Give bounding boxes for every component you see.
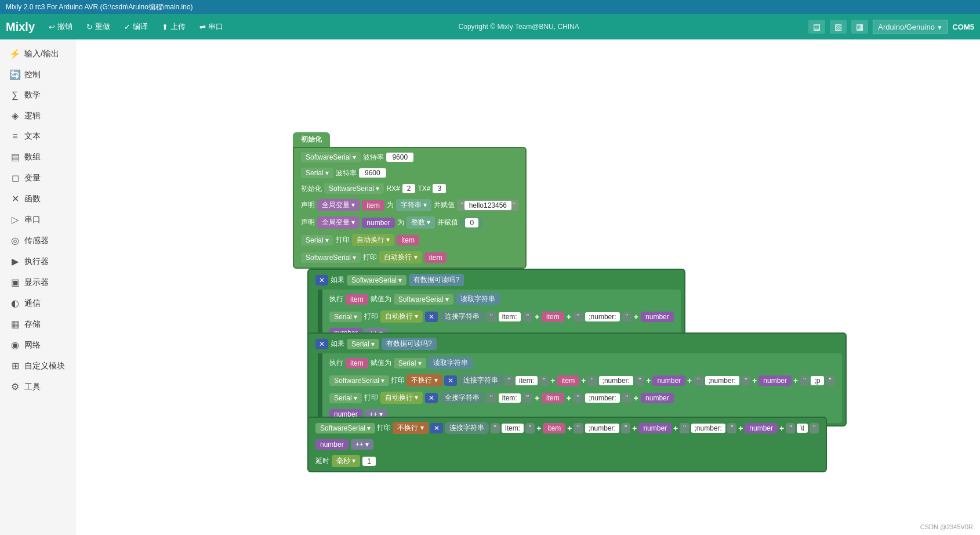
compile-button[interactable]: ✓ 编译 xyxy=(118,19,154,34)
sidebar-icon: ◈ xyxy=(9,110,21,121)
init-ss-label: SoftwareSerial ▾ xyxy=(324,183,384,194)
ss-label6: SoftwareSerial ▾ xyxy=(315,423,375,433)
concat-label2: 连接字符串 xyxy=(459,374,503,386)
main-layout: ⚡输入/输出🔄控制∑数学◈逻辑≡文本▤数组◻变量✕函数▷串口◎传感器▶执行器▣显… xyxy=(0,39,980,535)
delay-row: 延时 毫秒 ▾ 1 xyxy=(312,453,822,469)
serial-print-concat-row2: Serial ▾ 打印 自动换行 ▾ ✕ 全接字符串 " item: " + i… xyxy=(326,390,839,406)
init-header: 初始化 xyxy=(293,132,330,147)
serial-button[interactable]: ⇌ 串口 xyxy=(194,19,229,34)
sidebar-item-数学[interactable]: ∑数学 xyxy=(2,85,72,105)
sidebar-item-文本[interactable]: ≡文本 xyxy=(2,126,72,146)
no-newline2: 不换行 ▾ xyxy=(393,422,428,434)
sidebar-item-自定义模块[interactable]: ⊞自定义模块 xyxy=(2,356,72,376)
sidebar-item-label: 串口 xyxy=(24,215,41,225)
ss-print-bottom-group: SoftwareSerial ▾ 打印 不换行 ▾ ✕ 连接字符串 " item… xyxy=(307,417,827,472)
concat-label3: 全接字符串 xyxy=(440,392,484,404)
ss-print-bottom-row: SoftwareSerial ▾ 打印 不换行 ▾ ✕ 连接字符串 " item… xyxy=(312,420,822,436)
global-var-label2: 全局变量 ▾ xyxy=(317,216,360,229)
board-selector[interactable]: Arduino/Genuino ▼ xyxy=(873,20,948,34)
canvas[interactable]: 初始化 SoftwareSerial ▾ 波特率 9600 Serial ▾ 波… xyxy=(75,39,980,535)
redo-button[interactable]: ↻ 重做 xyxy=(81,19,116,34)
init-ss-row: 初始化 SoftwareSerial ▾ RX# 2 TX# 3 xyxy=(297,182,522,196)
sidebar-icon: ◐ xyxy=(9,298,21,309)
layout-btn2[interactable]: ▧ xyxy=(830,20,847,34)
sidebar-item-输入/输出[interactable]: ⚡输入/输出 xyxy=(2,44,72,64)
undo-button[interactable]: ↩ 撤销 xyxy=(43,19,78,34)
ss-label5: SoftwareSerial ▾ xyxy=(329,375,389,386)
sidebar-item-显示器[interactable]: ▣显示器 xyxy=(2,272,72,292)
sidebar-icon: ✕ xyxy=(9,193,21,204)
sidebar-item-网络[interactable]: ◉网络 xyxy=(2,335,72,355)
serial-has-data: 有数据可读吗? xyxy=(382,338,437,350)
number-var10: number xyxy=(315,439,349,450)
sidebar-item-通信[interactable]: ◐通信 xyxy=(2,293,72,313)
sidebar-item-控制[interactable]: 🔄控制 xyxy=(2,64,72,85)
sidebar-item-传感器[interactable]: ◎传感器 xyxy=(2,230,72,251)
serial-print-concat-row1: Serial ▾ 打印 自动换行 ▾ ✕ 连接字符串 " item: " + i… xyxy=(326,309,677,324)
item-assign-serial-row: 执行 item 赋值为 Serial ▾ 读取字符串 xyxy=(326,355,839,371)
serial-label: Serial ▾ xyxy=(301,168,333,178)
sidebar-item-label: 文本 xyxy=(24,131,41,142)
sidebar-icon: ▦ xyxy=(9,319,21,330)
item-var6: item xyxy=(346,358,368,368)
if-serial-body: ✕ 如果 Serial ▾ 有数据可读吗? 执行 item 赋值为 Serial… xyxy=(307,332,847,426)
undo-icon: ↩ xyxy=(49,23,55,31)
sidebar-item-工具[interactable]: ⚙工具 xyxy=(2,377,72,397)
sidebar-item-label: 执行器 xyxy=(24,256,49,267)
no-newline1: 不换行 ▾ xyxy=(406,374,442,386)
concat-str-item3: item: xyxy=(499,393,521,403)
sidebar-item-数组[interactable]: ▤数组 xyxy=(2,147,72,167)
sidebar-item-变量[interactable]: ◻变量 xyxy=(2,168,72,188)
sidebar-item-label: 通信 xyxy=(24,298,41,309)
auto-newline3: 自动换行 ▾ xyxy=(380,310,423,323)
baud-label2: 波特率 xyxy=(336,168,357,178)
serial-print-item-row: Serial ▾ 打印 自动换行 ▾ item xyxy=(297,232,522,248)
com-port-label: COM5 xyxy=(952,23,974,31)
ss-label2: SoftwareSerial ▾ xyxy=(301,252,361,263)
number-var6: number xyxy=(641,393,674,403)
delay-value: 1 xyxy=(362,457,376,466)
ss-print-item-row: SoftwareSerial ▾ 打印 自动换行 ▾ item xyxy=(297,250,522,265)
layout-btn3[interactable]: ▦ xyxy=(851,20,868,34)
upload-button[interactable]: ⬆ 上传 xyxy=(156,19,191,34)
baud-label1: 波特率 xyxy=(363,153,384,162)
redo-icon: ↻ xyxy=(86,23,93,31)
sidebar-icon: ⚙ xyxy=(9,381,21,392)
number-inc-row3: number ++ ▾ xyxy=(312,438,822,451)
sidebar-item-执行器[interactable]: ▶执行器 xyxy=(2,251,72,272)
sidebar-icon: ▷ xyxy=(9,214,21,225)
number-var2: number xyxy=(641,312,674,322)
sidebar-icon: ▶ xyxy=(9,256,21,267)
sidebar-item-label: 工具 xyxy=(24,382,41,392)
number-var5: number xyxy=(758,375,792,386)
sidebar-item-逻辑[interactable]: ◈逻辑 xyxy=(2,106,72,126)
concat-str-tab: \t xyxy=(797,424,808,433)
concat-str-p: ;p xyxy=(811,376,823,385)
sidebar-icon: ▤ xyxy=(9,151,21,162)
item-var1: item xyxy=(362,200,384,211)
concat-str-number4: ;number: xyxy=(585,393,619,403)
sidebar-item-label: 传感器 xyxy=(24,236,49,246)
type-string: 字符串 ▾ xyxy=(396,199,431,211)
concat-str-item1: item: xyxy=(499,312,521,321)
item-var5: item xyxy=(542,312,564,322)
sidebar-icon: ◻ xyxy=(9,172,21,183)
if-serial-block-group: ✕ 如果 Serial ▾ 有数据可读吗? 执行 item 赋值为 Serial… xyxy=(307,332,847,426)
sidebar-item-label: 控制 xyxy=(24,70,41,80)
watermark: CSDN @2345V0R xyxy=(920,523,973,530)
sidebar-icon: ∑ xyxy=(9,90,21,100)
int-value: 0 xyxy=(465,218,478,227)
item-var9: item xyxy=(543,423,565,433)
item-var4: item xyxy=(346,294,368,305)
concat-icon2: ✕ xyxy=(444,375,457,386)
init-block-group: 初始化 SoftwareSerial ▾ 波特率 9600 Serial ▾ 波… xyxy=(293,132,527,269)
layout-btn1[interactable]: ▤ xyxy=(808,20,825,34)
concat-str-item2: item: xyxy=(516,376,538,385)
sidebar-item-串口[interactable]: ▷串口 xyxy=(2,209,72,230)
concat-label1: 连接字符串 xyxy=(440,310,484,323)
sidebar-item-label: 逻辑 xyxy=(24,111,41,121)
rx-value: 2 xyxy=(402,184,416,193)
sidebar-item-存储[interactable]: ▦存储 xyxy=(2,314,72,334)
ss-has-data: 有数据可读吗? xyxy=(409,274,464,286)
sidebar-item-函数[interactable]: ✕函数 xyxy=(2,189,72,209)
